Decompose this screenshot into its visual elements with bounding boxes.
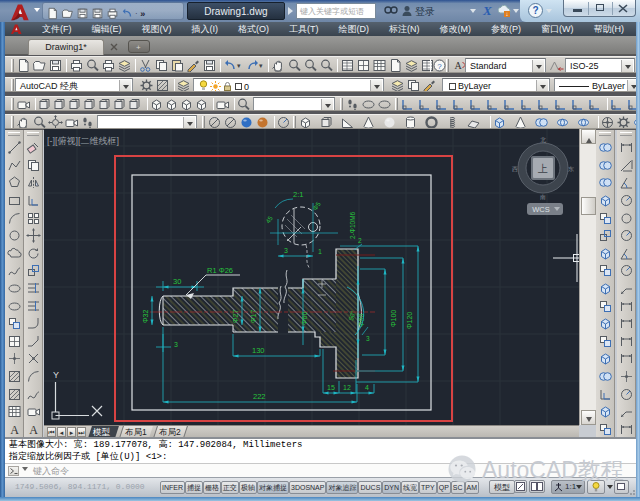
svg-text:3: 3 xyxy=(366,335,370,342)
svg-text:东: 东 xyxy=(568,165,574,172)
svg-text:西: 西 xyxy=(512,166,518,173)
svg-text:Φ120: Φ120 xyxy=(406,312,413,329)
svg-text:Φ27: Φ27 xyxy=(232,310,239,323)
svg-text:4: 4 xyxy=(365,384,369,391)
svg-text:Y: Y xyxy=(53,370,59,380)
svg-text:15: 15 xyxy=(327,384,335,391)
svg-text:Φ32: Φ32 xyxy=(142,310,149,323)
svg-text:R1 Φ26: R1 Φ26 xyxy=(207,266,233,275)
svg-text:222: 222 xyxy=(253,392,266,401)
svg-text:[-][俯视][二维线框]: [-][俯视][二维线框] xyxy=(47,136,119,146)
svg-text:?: ? xyxy=(437,62,442,71)
svg-text:130: 130 xyxy=(252,346,265,355)
svg-text:A: A xyxy=(455,60,463,71)
svg-text:Φ100: Φ100 xyxy=(390,310,397,327)
svg-text:30: 30 xyxy=(173,277,181,286)
svg-text:2: 2 xyxy=(358,237,362,244)
svg-text:?: ? xyxy=(532,5,538,16)
svg-text:A: A xyxy=(29,423,38,437)
svg-text:12: 12 xyxy=(343,384,351,391)
svg-text:北: 北 xyxy=(540,136,546,144)
svg-text:3: 3 xyxy=(284,247,288,254)
svg-text:↓: ↓ xyxy=(506,11,509,17)
svg-text:WCS: WCS xyxy=(532,205,550,214)
svg-text:2-Φ10M6: 2-Φ10M6 xyxy=(349,211,356,239)
svg-text:2:1: 2:1 xyxy=(293,190,303,199)
svg-text:Φ60: Φ60 xyxy=(301,312,308,325)
svg-text:A: A xyxy=(10,423,19,437)
svg-text:3: 3 xyxy=(174,341,178,348)
svg-text:Φ5: Φ5 xyxy=(311,200,322,212)
svg-text:Φ17: Φ17 xyxy=(250,310,257,323)
svg-text:上: 上 xyxy=(537,163,548,174)
svg-text:1: 1 xyxy=(318,248,322,255)
svg-text:南: 南 xyxy=(540,194,546,200)
svg-text:45: 45 xyxy=(264,214,274,224)
